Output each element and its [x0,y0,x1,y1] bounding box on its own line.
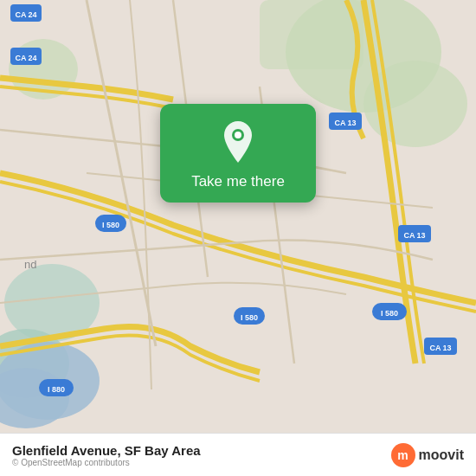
svg-text:nd: nd [24,258,36,271]
svg-text:CA 24: CA 24 [15,10,36,19]
svg-text:I 880: I 880 [48,385,65,394]
svg-text:I 580: I 580 [381,309,398,318]
svg-text:CA 24: CA 24 [15,54,36,62]
bottom-bar: Glenfield Avenue, SF Bay Area © OpenStre… [0,433,476,476]
svg-text:I 580: I 580 [241,313,258,322]
moovit-label: moovit [419,447,464,463]
svg-text:CA 13: CA 13 [334,119,356,127]
moovit-logo[interactable]: m moovit [391,443,464,467]
take-me-there-card[interactable]: Take me there [160,104,316,203]
take-me-there-button[interactable]: Take me there [191,173,285,190]
moovit-icon: m [391,443,415,467]
location-pin-icon [219,119,257,164]
svg-text:CA 13: CA 13 [403,231,425,240]
svg-text:I 580: I 580 [102,221,119,229]
svg-point-29 [235,132,241,138]
street-name: Glenfield Avenue, SF Bay Area [12,443,201,458]
svg-rect-6 [260,0,363,69]
map-container: CA 24 CA 24 I 580 I 580 I 580 I 880 CA 1… [0,0,476,433]
svg-text:CA 13: CA 13 [429,344,451,352]
bottom-left-info: Glenfield Avenue, SF Bay Area © OpenStre… [12,443,201,467]
osm-credit: © OpenStreetMap contributors [12,458,201,467]
